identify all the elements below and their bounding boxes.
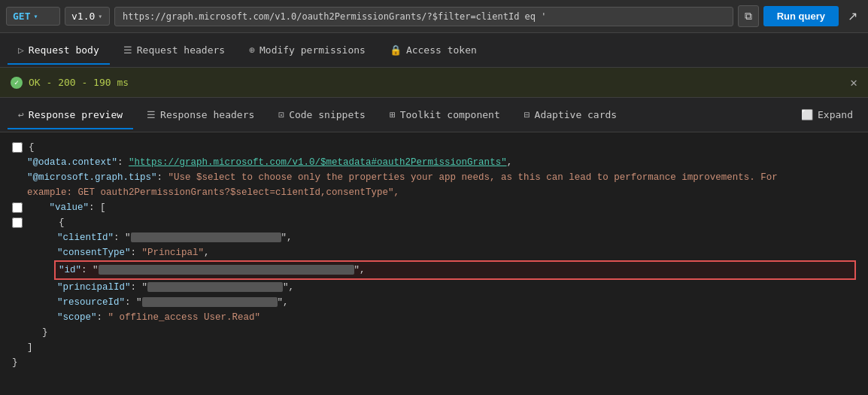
status-ok-indicator: ✓ OK - 200 - 190 ms <box>11 77 129 89</box>
tab-request-body[interactable]: ▷ Request body <box>8 35 110 65</box>
tab-access-token[interactable]: 🔒 Access token <box>379 35 487 65</box>
obj-open-checkbox[interactable] <box>12 217 23 228</box>
close-status-button[interactable]: ✕ <box>850 75 857 90</box>
expand-label: Expand <box>818 109 853 120</box>
json-line-resource-id: "resourceId": " ", <box>12 295 856 310</box>
json-line-ms-tips: "@microsoft.graph.tips": "Use $select to… <box>12 170 856 185</box>
tab-response-preview-label: Response preview <box>29 109 123 120</box>
status-circle-icon: ✓ <box>11 77 23 89</box>
url-input[interactable]: https://graph.microsoft.com/v1.0/oauth2P… <box>114 7 733 26</box>
status-bar: ✓ OK - 200 - 190 ms ✕ <box>0 68 868 98</box>
scope-line: "scope": " offline_access User.Read" <box>57 310 856 325</box>
tab-request-headers[interactable]: ☰ Request headers <box>113 35 235 65</box>
value-open-line: "value": [ <box>29 200 856 215</box>
toolkit-component-icon: ⊞ <box>390 109 396 120</box>
value-checkbox[interactable] <box>12 202 23 213</box>
resource-id-key: "resourceId" <box>57 297 125 308</box>
consent-type-key: "consentType" <box>57 248 131 258</box>
json-line-value-open: "value": [ <box>12 200 856 215</box>
json-line-client-id: "clientId": " ", <box>12 230 856 245</box>
client-id-key: "clientId" <box>57 232 114 243</box>
ms-tips-value: "Use $select to choose only the properti… <box>168 172 778 183</box>
response-headers-icon: ☰ <box>147 109 156 120</box>
json-line-consent-type: "consentType": "Principal", <box>12 245 856 260</box>
tab-toolkit-component-label: Toolkit component <box>400 109 500 120</box>
principal-id-line: "principalId": " ", <box>57 280 856 295</box>
request-body-icon: ▷ <box>18 44 24 56</box>
tab-toolkit-component[interactable]: ⊞ Toolkit component <box>379 100 511 129</box>
json-response-content: { "@odata.context": "https://graph.micro… <box>0 132 868 395</box>
version-dropdown[interactable]: v1.0 ▾ <box>65 7 110 26</box>
json-line-obj-open: { <box>12 215 856 230</box>
obj-open: { <box>29 215 856 230</box>
status-text: OK - 200 - 190 ms <box>29 77 129 88</box>
access-token-icon: 🔒 <box>390 44 402 56</box>
run-query-button[interactable]: Run query <box>763 6 839 26</box>
resource-id-line: "resourceId": " ", <box>57 295 856 310</box>
tab-code-snippets[interactable]: ⊡ Code snippets <box>268 100 376 129</box>
json-line-odata-context: "@odata.context": "https://graph.microso… <box>12 155 856 170</box>
response-preview-icon: ↩ <box>18 109 24 120</box>
json-line-scope: "scope": " offline_access User.Read" <box>12 310 856 325</box>
code-snippets-icon: ⊡ <box>278 109 284 120</box>
json-line-root-close: } <box>12 355 856 370</box>
consent-type-line: "consentType": "Principal", <box>57 245 856 260</box>
tab-response-headers-label: Response headers <box>160 109 254 120</box>
resource-id-redacted <box>142 297 278 307</box>
json-line-array-close: ] <box>12 340 856 355</box>
tab-code-snippets-label: Code snippets <box>289 109 366 120</box>
line-1-checkbox[interactable] <box>12 142 23 153</box>
expand-icon: ⬜ <box>801 109 813 120</box>
tab-request-headers-label: Request headers <box>137 44 225 56</box>
response-tabs-bar: ↩ Response preview ☰ Response headers ⊡ … <box>0 98 868 132</box>
json-line-principal-id: "principalId": " ", <box>12 280 856 295</box>
tab-adaptive-cards-label: Adaptive cards <box>535 109 618 120</box>
tab-modify-permissions-label: Modify permissions <box>259 44 366 56</box>
json-line-obj-close: } <box>12 325 856 340</box>
ms-tips-line: "@microsoft.graph.tips": "Use $select to… <box>27 170 856 185</box>
adaptive-cards-icon: ⊟ <box>524 109 530 120</box>
line-1-content: { <box>29 140 856 155</box>
tab-response-headers[interactable]: ☰ Response headers <box>136 100 265 129</box>
scope-value: " offline_access User.Read" <box>108 312 261 323</box>
expand-button[interactable]: ⬜ Expand <box>794 103 860 126</box>
tab-modify-permissions[interactable]: ⊕ Modify permissions <box>238 35 376 65</box>
array-close: ] <box>27 340 856 355</box>
tab-response-preview[interactable]: ↩ Response preview <box>8 100 133 129</box>
method-dropdown[interactable]: GET ▾ <box>6 7 60 26</box>
request-tabs-bar: ▷ Request body ☰ Request headers ⊕ Modif… <box>0 33 868 68</box>
tab-request-body-label: Request body <box>29 44 99 56</box>
value-key: "value" <box>50 202 90 213</box>
tab-access-token-label: Access token <box>406 44 477 56</box>
top-bar: GET ▾ v1.0 ▾ https://graph.microsoft.com… <box>0 0 868 33</box>
method-label: GET <box>13 11 30 22</box>
obj-close: } <box>42 325 856 340</box>
client-id-redacted <box>131 232 281 242</box>
request-headers-icon: ☰ <box>123 44 132 56</box>
odata-context-value[interactable]: "https://graph.microsoft.com/v1.0/$metad… <box>129 157 507 168</box>
id-line-highlighted: "id": " ", <box>54 260 856 280</box>
share-button[interactable]: ↗ <box>843 6 862 26</box>
scope-key: "scope" <box>57 312 97 323</box>
client-id-line: "clientId": " ", <box>57 230 856 245</box>
consent-type-value: "Principal" <box>142 248 205 258</box>
method-chevron-icon: ▾ <box>33 12 38 20</box>
tab-adaptive-cards[interactable]: ⊟ Adaptive cards <box>514 100 627 129</box>
id-key: "id" <box>59 265 81 275</box>
copy-url-button[interactable]: ⧉ <box>738 5 759 27</box>
modify-permissions-icon: ⊕ <box>249 44 255 56</box>
version-label: v1.0 <box>71 11 95 22</box>
ms-tips-example: example: GET oauth2PermissionGrants?$sel… <box>27 185 856 200</box>
principal-id-redacted <box>147 282 283 292</box>
json-line-ms-tips-example: example: GET oauth2PermissionGrants?$sel… <box>12 185 856 200</box>
ms-tips-key: "@microsoft.graph.tips" <box>27 172 157 183</box>
json-line-1: { <box>12 140 856 155</box>
odata-context-line: "@odata.context": "https://graph.microso… <box>27 155 856 170</box>
principal-id-key: "principalId" <box>57 282 131 293</box>
version-chevron-icon: ▾ <box>98 12 102 20</box>
root-close: } <box>12 355 856 370</box>
id-redacted <box>99 265 354 275</box>
json-line-id: "id": " ", <box>12 260 856 280</box>
odata-context-key: "@odata.context" <box>27 157 117 168</box>
